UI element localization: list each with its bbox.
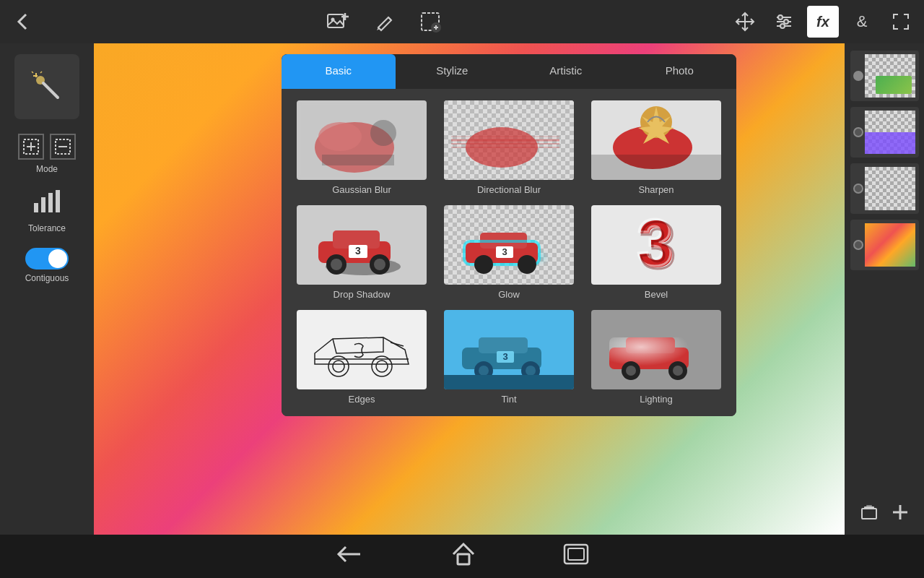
directional-blur-label: Directional Blur bbox=[477, 184, 541, 195]
add-layer-button[interactable] bbox=[890, 502, 910, 527]
bevel-label: Bevel bbox=[645, 289, 668, 300]
selection-button[interactable] bbox=[414, 6, 446, 38]
filter-gaussian-blur[interactable]: Gaussian Blur bbox=[289, 96, 435, 199]
svg-text:3: 3 bbox=[640, 210, 676, 282]
fullscreen-button[interactable] bbox=[885, 6, 917, 38]
right-panel bbox=[845, 43, 924, 535]
layer-thumb-3 bbox=[865, 167, 915, 210]
svg-point-96 bbox=[526, 366, 536, 376]
fx-button[interactable]: fx bbox=[807, 6, 839, 38]
layer-radio-3 bbox=[853, 184, 863, 194]
svg-text:3: 3 bbox=[355, 245, 361, 256]
filter-glow[interactable]: 3 Glow bbox=[436, 201, 582, 304]
nav-back-button[interactable] bbox=[335, 543, 364, 570]
right-panel-bottom bbox=[845, 495, 924, 535]
layer-radio-1 bbox=[853, 71, 863, 81]
fx-grid: Gaussian Blur bbox=[282, 89, 736, 416]
svg-rect-57 bbox=[591, 155, 721, 180]
tab-stylize[interactable]: Stylize bbox=[396, 54, 510, 89]
svg-rect-27 bbox=[34, 203, 38, 212]
sharpen-label: Sharpen bbox=[638, 184, 674, 195]
svg-point-14 bbox=[784, 20, 788, 24]
toolbar-center bbox=[322, 6, 446, 38]
toolbar-left bbox=[7, 6, 39, 38]
svg-rect-33 bbox=[866, 505, 872, 506]
tint-label: Tint bbox=[501, 394, 516, 405]
layer-item-2[interactable] bbox=[850, 107, 919, 158]
contiguous-section: Contiguous bbox=[25, 248, 69, 283]
back-button[interactable] bbox=[7, 6, 39, 38]
layer-thumb-2 bbox=[865, 111, 915, 154]
tab-artistic[interactable]: Artistic bbox=[509, 54, 623, 89]
nav-home-button[interactable] bbox=[450, 541, 476, 572]
layers-button[interactable] bbox=[859, 503, 879, 527]
svg-text:3: 3 bbox=[502, 246, 507, 257]
bevel-thumb: 3 3 3 bbox=[591, 205, 721, 285]
svg-point-63 bbox=[331, 259, 342, 270]
move-button[interactable] bbox=[729, 6, 761, 38]
filter-drop-shadow[interactable]: 3 Drop Shadow bbox=[289, 201, 435, 304]
layer-item-3[interactable] bbox=[850, 163, 919, 214]
wand-tool-icon[interactable] bbox=[14, 54, 79, 119]
layer-radio-2 bbox=[853, 127, 863, 137]
filter-lighting[interactable]: Lighting bbox=[583, 306, 729, 409]
svg-rect-30 bbox=[56, 190, 60, 212]
svg-rect-29 bbox=[48, 193, 53, 212]
top-toolbar: fx & bbox=[0, 0, 924, 43]
left-sidebar: Mode Tolerance Contiguous bbox=[0, 43, 94, 535]
glow-thumb: 3 bbox=[444, 205, 574, 285]
tolerance-section: Tolerance bbox=[28, 189, 66, 233]
filter-bevel[interactable]: 3 3 3 Bevel bbox=[583, 201, 729, 304]
svg-rect-0 bbox=[328, 14, 344, 27]
mode-subtract-button[interactable] bbox=[50, 134, 76, 160]
tolerance-bars-icon bbox=[32, 189, 61, 219]
drop-shadow-label: Drop Shadow bbox=[334, 289, 391, 300]
tolerance-label: Tolerance bbox=[28, 223, 66, 233]
fx-modal: Basic Stylize Artistic Photo Gaussian Bl… bbox=[282, 54, 736, 416]
svg-text:3: 3 bbox=[502, 351, 507, 362]
mode-section: Mode bbox=[18, 134, 76, 174]
glow-label: Glow bbox=[498, 289, 520, 300]
filter-sharpen[interactable]: Sharpen bbox=[583, 96, 729, 199]
svg-line-17 bbox=[43, 83, 58, 98]
mode-label: Mode bbox=[36, 164, 58, 174]
mode-add-button[interactable] bbox=[18, 134, 44, 160]
filter-tint[interactable]: 3 Tint bbox=[436, 306, 582, 409]
svg-point-76 bbox=[474, 255, 493, 274]
toggle-knob bbox=[48, 249, 67, 268]
filter-directional-blur[interactable]: Directional Blur bbox=[436, 96, 582, 199]
svg-rect-28 bbox=[41, 197, 45, 212]
svg-rect-109 bbox=[458, 554, 469, 564]
tint-thumb: 3 bbox=[444, 310, 574, 389]
add-image-button[interactable] bbox=[322, 6, 354, 38]
draw-button[interactable] bbox=[368, 6, 400, 38]
bottom-toolbar bbox=[0, 535, 924, 578]
tab-basic[interactable]: Basic bbox=[282, 54, 396, 89]
svg-point-107 bbox=[673, 366, 683, 376]
drop-shadow-thumb: 3 bbox=[297, 205, 427, 285]
svg-line-21 bbox=[40, 72, 42, 73]
tab-photo[interactable]: Photo bbox=[623, 54, 737, 89]
adjustments-button[interactable] bbox=[768, 6, 800, 38]
layer-thumb-1 bbox=[865, 54, 915, 98]
combine-button[interactable]: & bbox=[846, 6, 878, 38]
contiguous-toggle[interactable] bbox=[25, 248, 69, 269]
contiguous-label: Contiguous bbox=[25, 273, 69, 283]
svg-line-20 bbox=[32, 72, 33, 73]
svg-point-94 bbox=[479, 366, 489, 376]
svg-point-15 bbox=[780, 24, 785, 28]
svg-point-65 bbox=[374, 259, 385, 270]
lighting-label: Lighting bbox=[640, 394, 673, 405]
svg-rect-32 bbox=[864, 506, 874, 509]
fx-tabs: Basic Stylize Artistic Photo bbox=[282, 54, 736, 89]
nav-recents-button[interactable] bbox=[563, 543, 589, 570]
filter-edges[interactable]: Edges bbox=[289, 306, 435, 409]
svg-rect-41 bbox=[297, 100, 427, 180]
layer-item-1[interactable] bbox=[850, 51, 919, 101]
layer-item-4[interactable] bbox=[850, 220, 919, 270]
layer-radio-4 bbox=[853, 240, 863, 250]
gaussian-blur-label: Gaussian Blur bbox=[332, 184, 391, 195]
sharpen-thumb bbox=[591, 100, 721, 180]
gaussian-blur-thumb bbox=[297, 100, 427, 180]
directional-blur-thumb bbox=[444, 100, 574, 180]
